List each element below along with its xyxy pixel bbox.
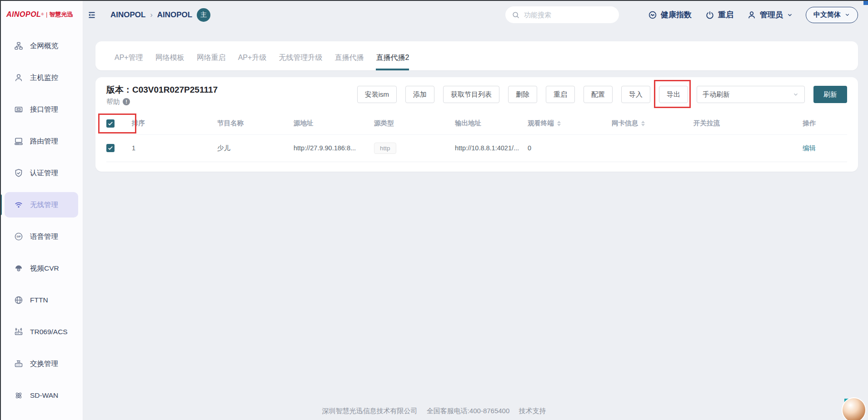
footer-support-link[interactable]: 技术支持	[519, 407, 546, 415]
sidebar-item-route-mgmt[interactable]: 路由管理	[5, 128, 78, 154]
cell-viewers: 0	[528, 134, 612, 162]
column-header-nic: 网卡信息	[612, 113, 693, 134]
health-index-button[interactable]: 健康指数	[648, 10, 692, 20]
sidebar-item-label: 交换管理	[30, 359, 58, 369]
version-block: 版本：C03V01R027P251117 帮助 !	[106, 84, 218, 106]
function-search	[505, 6, 619, 23]
sidebar-item-label: 视频CVR	[30, 264, 59, 273]
restart-label: 重启	[718, 10, 733, 20]
version-line: 版本：C03V01R027P251117	[106, 84, 218, 95]
configure-button[interactable]: 配置	[584, 86, 613, 103]
tab-ap-upgrade[interactable]: AP+升级	[238, 53, 267, 70]
health-index-icon	[648, 10, 657, 20]
help-label[interactable]: 帮助	[106, 97, 120, 106]
tab-live-relay-2[interactable]: 直播代播2	[376, 53, 409, 70]
sidebar-item-tr069-acs[interactable]: TR069/ACS	[5, 319, 78, 345]
logo-brand-text: AINOPOL	[6, 10, 41, 19]
chevron-down-icon	[793, 91, 799, 98]
column-header-output: 输出地址	[455, 113, 528, 134]
refresh-mode-select[interactable]: 手动刷新	[697, 86, 805, 103]
top-header: AINOPOL › AINOPOL 主 健康指数 重启 管理员 中文简体	[83, 1, 868, 29]
language-selector[interactable]: 中文简体	[806, 7, 858, 23]
tab-network-template[interactable]: 网络模板	[155, 53, 185, 70]
power-icon	[705, 10, 714, 20]
add-button[interactable]: 添加	[405, 86, 434, 103]
search-icon	[512, 11, 520, 19]
edit-link[interactable]: 编辑	[803, 144, 816, 152]
sidebar-item-network-overview[interactable]: 全网概览	[5, 33, 78, 59]
import-button[interactable]: 导入	[621, 86, 650, 103]
delete-button[interactable]: 删除	[508, 86, 537, 103]
column-header-name: 节目名称	[217, 113, 294, 134]
toolbar-buttons: 安装ism 添加 获取节目列表 删除 重启 配置 导入 导出 手动刷新 刷新	[357, 84, 847, 103]
mascot-avatar[interactable]	[842, 397, 866, 420]
panel-toolbar: 版本：C03V01R027P251117 帮助 ! 安装ism 添加 获取节目列…	[106, 84, 847, 106]
collapse-menu-icon[interactable]	[87, 10, 97, 20]
admin-label: 管理员	[760, 10, 783, 20]
sidebar-item-label: TR069/ACS	[30, 328, 68, 336]
restart-button[interactable]: 重启	[705, 10, 733, 20]
switch-icon	[14, 359, 23, 368]
program-table: 排序 节目名称 源地址 源类型 输出地址 观看终端 网卡信息 开关拉流 操作	[106, 113, 847, 162]
logo-divider: |	[46, 11, 47, 18]
sidebar-nav: 全网概览 主机监控 接口管理 路由管理 认证管理	[0, 29, 83, 408]
cell-source: http://27.9.90.186:8...	[294, 134, 374, 162]
column-header-actions: 操作	[803, 113, 847, 134]
sidebar-item-switch-mgmt[interactable]: 交换管理	[5, 351, 78, 376]
sidebar-item-video-cvr[interactable]: 视频CVR	[5, 256, 78, 281]
row-checkbox[interactable]	[106, 144, 115, 152]
sidebar-item-fttn[interactable]: FTTN	[5, 287, 78, 313]
tab-live-relay[interactable]: 直播代播	[334, 53, 364, 70]
live-relay-panel: 版本：C03V01R027P251117 帮助 ! 安装ism 添加 获取节目列…	[95, 77, 858, 172]
tab-wireless-upgrade[interactable]: 无线管理升级	[279, 53, 322, 70]
footer-hotline: 全国客服电话:400-8765400	[427, 407, 510, 415]
tab-bar: AP+管理 网络模板 网络重启 AP+升级 无线管理升级 直播代播 直播代播2	[95, 41, 858, 70]
help-line: 帮助 !	[106, 97, 218, 106]
refresh-button[interactable]: 刷新	[813, 86, 847, 103]
sidebar-item-auth-mgmt[interactable]: 认证管理	[5, 160, 78, 186]
column-header-source-type: 源类型	[374, 113, 455, 134]
export-button[interactable]: 导出	[659, 86, 688, 103]
sidebar: AINOPOL® | 智慧光迅 全网概览 主机监控 接口管理	[0, 0, 83, 420]
column-header-viewers: 观看终端	[528, 113, 612, 134]
shield-check-icon	[14, 168, 23, 178]
globe-icon	[14, 296, 23, 305]
breadcrumb-item[interactable]: AINOPOL	[110, 10, 145, 20]
chevron-down-icon	[787, 12, 793, 18]
sidebar-item-label: 语音管理	[30, 232, 58, 242]
info-icon[interactable]: !	[123, 98, 130, 105]
sidebar-item-interface-mgmt[interactable]: 接口管理	[5, 97, 78, 122]
port-icon	[14, 105, 23, 114]
sidebar-item-label: 接口管理	[30, 105, 58, 114]
router-icon	[14, 137, 23, 146]
sort-icon[interactable]	[557, 121, 561, 126]
sidebar-item-label: SD-WAN	[30, 391, 58, 400]
main-content: AP+管理 网络模板 网络重启 AP+升级 无线管理升级 直播代播 直播代播2 …	[83, 29, 868, 420]
get-program-list-button[interactable]: 获取节目列表	[443, 86, 499, 103]
sidebar-item-host-monitor[interactable]: 主机监控	[5, 65, 78, 90]
tab-ap-mgmt[interactable]: AP+管理	[115, 53, 143, 70]
breadcrumb: AINOPOL › AINOPOL 主	[110, 8, 210, 22]
version-value: C03V01R027P251117	[132, 85, 218, 94]
select-all-wrap	[106, 119, 115, 128]
install-ism-button[interactable]: 安装ism	[357, 86, 397, 103]
sidebar-item-wireless-mgmt[interactable]: 无线管理	[5, 192, 78, 217]
breadcrumb-separator: ›	[150, 11, 152, 19]
search-input[interactable]	[524, 11, 613, 19]
sidebar-item-label: 路由管理	[30, 137, 58, 146]
sort-icon[interactable]	[641, 121, 645, 126]
sidebar-item-sd-wan[interactable]: SD-WAN	[5, 383, 78, 408]
cell-order: 1	[132, 134, 217, 162]
wifi-icon	[14, 200, 23, 209]
breadcrumb-item[interactable]: AINOPOL	[157, 10, 192, 20]
admin-menu[interactable]: 管理员	[747, 10, 793, 20]
antenna-server-icon	[14, 327, 23, 336]
select-all-checkbox[interactable]	[106, 119, 115, 128]
atom-icon	[14, 391, 23, 400]
user-icon	[14, 73, 23, 82]
table-header-row: 排序 节目名称 源地址 源类型 输出地址 观看终端 网卡信息 开关拉流 操作	[106, 113, 847, 134]
tab-network-restart[interactable]: 网络重启	[197, 53, 226, 70]
sidebar-item-voice-mgmt[interactable]: SIP 语音管理	[5, 224, 78, 249]
sip-icon: SIP	[14, 232, 23, 241]
restart-row-button[interactable]: 重启	[546, 86, 575, 103]
